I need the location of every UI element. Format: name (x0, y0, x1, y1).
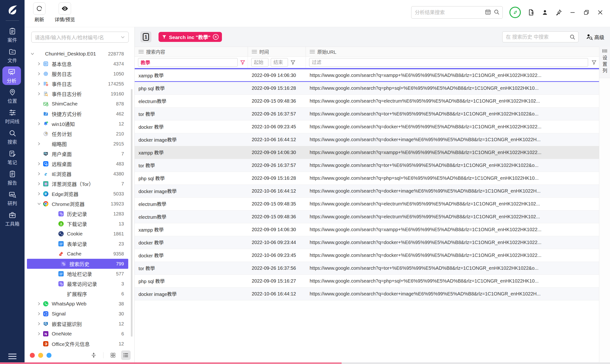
restore-button[interactable] (583, 9, 590, 16)
tree-item--[interactable]: 下载记录13 (25, 219, 134, 229)
tree-item--[interactable]: 用户桌面7 (25, 149, 134, 159)
red-dot-icon[interactable] (30, 353, 35, 358)
rail-item-analysis[interactable]: 分析 (2, 66, 21, 85)
chevron-right-icon[interactable] (36, 322, 42, 326)
minimize-button[interactable] (569, 9, 576, 16)
rail-item-location[interactable]: 位置 (2, 86, 22, 106)
table-row[interactable]: docker 教學2022-10-06 09:23:45https://www.… (135, 249, 599, 262)
table-row[interactable]: xampp 教學2022-09-09 14:06:30https://www.g… (135, 69, 599, 82)
tree-item-cookie[interactable]: Cookie1861 (25, 229, 134, 239)
chevron-down-icon[interactable] (36, 202, 42, 206)
rail-item-toolbox[interactable]: 工具箱 (2, 209, 22, 229)
page-1-button[interactable]: 1 (140, 31, 151, 42)
list-view-button[interactable] (121, 351, 131, 360)
rail-item-case[interactable]: 案件 (2, 25, 22, 45)
tree-item--tor-[interactable]: 洋葱浏览器（Tor）7 (25, 179, 134, 189)
chevron-right-icon[interactable] (36, 142, 42, 146)
advanced-search-button[interactable]: 高级 (586, 33, 604, 40)
remove-filter-icon[interactable]: ✕ (213, 34, 219, 40)
yellow-dot-icon[interactable] (38, 353, 43, 358)
tree-item-cache[interactable]: Cache9358 (25, 249, 134, 259)
tree-item--[interactable]: 远程桌面483 (25, 159, 134, 169)
funnel-icon[interactable] (290, 60, 296, 65)
chevron-right-icon[interactable] (36, 172, 42, 176)
tree-item-shimcache[interactable]: ShimCache878 (25, 99, 134, 109)
column-header-time[interactable]: 时间 (248, 47, 306, 56)
calendar-icon[interactable] (485, 9, 491, 16)
chevron-right-icon[interactable] (36, 82, 42, 86)
table-row[interactable]: php sql 教學2022-09-09 15:16:28https://www… (135, 172, 599, 185)
table-row[interactable]: tor 教學2022-09-26 16:37:56https://www.goo… (135, 262, 599, 275)
chevron-right-icon[interactable] (36, 192, 42, 196)
table-row[interactable]: electrum教學2022-09-15 09:48:36https://www… (135, 95, 599, 108)
grid-view-button[interactable] (108, 351, 118, 360)
tree-item--[interactable]: 服务日志1050 (25, 69, 134, 79)
chevron-right-icon[interactable] (36, 332, 42, 336)
tree-scrollbar[interactable] (131, 89, 133, 337)
pin-icon[interactable] (555, 9, 562, 16)
rail-item-files[interactable]: 文件 (2, 45, 22, 66)
column-settings-tab[interactable]: 设置列 (599, 47, 610, 78)
blue-dot-icon[interactable] (46, 353, 52, 358)
tree-item--[interactable]: 任务计划210 (25, 129, 134, 139)
tree-item--[interactable]: 事件日志分析19160 (25, 89, 134, 99)
detail-preview-button[interactable]: 详情/预览 (55, 2, 75, 23)
column-header-content[interactable]: 搜索内容 (135, 47, 248, 56)
tree-item--[interactable]: 表单记录23 (25, 239, 134, 249)
url-filter-input[interactable] (309, 58, 588, 67)
table-row[interactable]: docker image教學2022-10-06 16:44:12https:/… (135, 287, 599, 300)
table-row[interactable]: docker image教學2022-10-06 16:44:12https:/… (135, 185, 599, 198)
rail-item-notes[interactable]: 笔记 (2, 147, 22, 168)
table-row[interactable]: tor 教學2022-09-26 16:37:57https://www.goo… (135, 159, 599, 172)
content-filter-input[interactable] (138, 58, 238, 67)
table-row[interactable]: electrum教學2022-09-15 09:48:35https://www… (135, 198, 599, 210)
tree-item-chrome-[interactable]: Chrome浏览器13923 (25, 199, 134, 209)
tree-item-office-[interactable]: Office文件元信息12 (25, 339, 134, 349)
chevron-right-icon[interactable] (36, 162, 42, 166)
export-report-icon[interactable] (527, 9, 535, 16)
time-start-filter-input[interactable] (251, 58, 268, 67)
tree-item--[interactable]: 历史记录1283 (25, 209, 134, 219)
global-search-input[interactable] (414, 9, 483, 15)
tree-item-whatsapp-web[interactable]: WhatsApp Web38 (25, 299, 134, 309)
tree-item-win10-[interactable]: 1win10通知12 (25, 119, 134, 129)
tree-item--[interactable]: 扩展程序6 (25, 289, 134, 299)
table-row[interactable]: tor 教學2022-09-26 16:37:57https://www.goo… (135, 108, 599, 120)
chevron-right-icon[interactable] (36, 182, 42, 186)
table-row[interactable]: php sql 教學2022-09-09 15:16:28https://www… (135, 82, 599, 95)
table-row[interactable]: php sql 教學2022-09-09 15:16:27https://www… (135, 275, 599, 287)
collapse-all-button[interactable] (89, 351, 98, 360)
rail-item-report[interactable]: 报告 (2, 168, 22, 188)
rail-item-timeline[interactable]: 时间线 (2, 106, 22, 127)
tree-item-edge-[interactable]: eEdge浏览器5033 (25, 189, 134, 199)
tree-item--[interactable]: 搜索历史799 (27, 259, 128, 269)
chevron-right-icon[interactable] (36, 312, 42, 316)
tree-item--[interactable]: 缩略图2915 (25, 139, 134, 149)
table-row[interactable]: docker 教學2022-10-06 09:23:44https://www.… (135, 236, 599, 249)
chevron-down-icon[interactable] (29, 52, 36, 56)
refresh-button[interactable]: 刷新 (33, 2, 45, 23)
funnel-icon-active[interactable] (240, 60, 245, 65)
tree-item--[interactable]: 最常访问记录3 (25, 279, 134, 289)
rail-item-search[interactable]: 搜索 (2, 127, 22, 147)
tree-item--[interactable]: 地址栏记录577 (25, 269, 134, 279)
table-row[interactable]: electrum教學2022-09-15 09:48:36https://www… (135, 210, 599, 223)
chevron-right-icon[interactable] (36, 62, 42, 66)
user-icon[interactable] (541, 9, 549, 16)
funnel-icon[interactable] (591, 60, 597, 65)
rail-item-research[interactable]: 研判 (2, 188, 22, 208)
holder-select-combobox[interactable]: 请选择/输入持有人/检材编号/名 (31, 32, 129, 43)
tree-item--[interactable]: 事件日志174255 (25, 79, 134, 89)
column-header-url[interactable]: 原始URL (306, 47, 599, 56)
search-icon[interactable] (569, 34, 575, 40)
table-row[interactable]: xampp 教學2022-09-09 14:06:30https://www.g… (135, 146, 599, 159)
chevron-right-icon[interactable] (36, 302, 42, 306)
table-row[interactable]: xampp 教學2022-09-09 14:06:30https://www.g… (135, 223, 599, 236)
close-button[interactable] (597, 9, 604, 16)
tree-item-ie-[interactable]: eIE浏览器4380 (25, 169, 134, 179)
tree-item--[interactable]: 基本信息4374 (25, 59, 134, 69)
tree-item-onenote[interactable]: NOneNote6 (25, 329, 134, 339)
tree-item-chunhei_desktop-e01[interactable]: ChunHei_Desktop.E01228778 (25, 49, 134, 59)
chevron-right-icon[interactable] (36, 72, 42, 76)
chevron-right-icon[interactable] (36, 92, 42, 96)
